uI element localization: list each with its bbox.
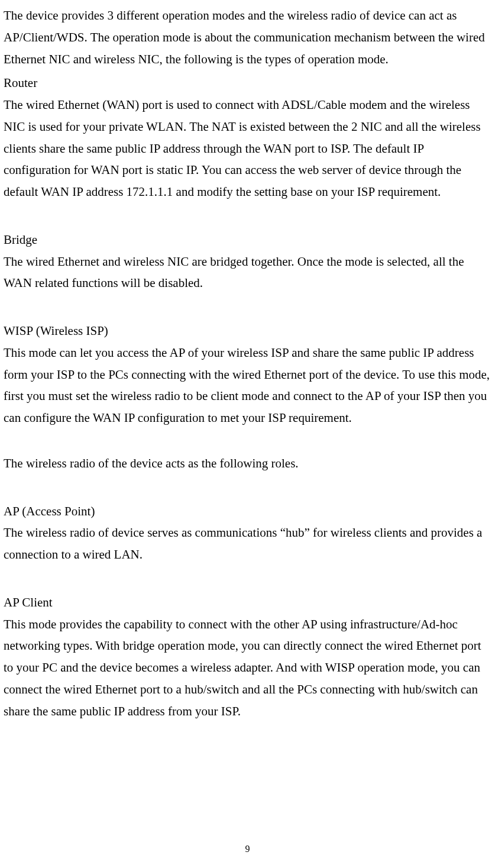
wisp-body: This mode can let you access the AP of y… xyxy=(4,342,491,429)
ap-heading: AP (Access Point) xyxy=(4,501,491,522)
wisp-heading: WISP (Wireless ISP) xyxy=(4,320,491,342)
router-body: The wired Ethernet (WAN) port is used to… xyxy=(4,94,491,203)
spacer xyxy=(4,568,491,589)
router-heading: Router xyxy=(4,72,491,94)
spacer xyxy=(4,477,491,498)
intro-paragraph: The device provides 3 different operatio… xyxy=(4,5,491,70)
spacer xyxy=(4,431,491,453)
ap-client-heading: AP Client xyxy=(4,592,491,614)
ap-client-body: This mode provides the capability to con… xyxy=(4,614,491,722)
spacer xyxy=(4,205,491,227)
page-number: 9 xyxy=(0,841,495,857)
bridge-heading: Bridge xyxy=(4,229,491,251)
spacer xyxy=(4,296,491,318)
ap-body: The wireless radio of device serves as c… xyxy=(4,522,491,566)
roles-intro: The wireless radio of the device acts as… xyxy=(4,453,491,475)
bridge-body: The wired Ethernet and wireless NIC are … xyxy=(4,251,491,295)
